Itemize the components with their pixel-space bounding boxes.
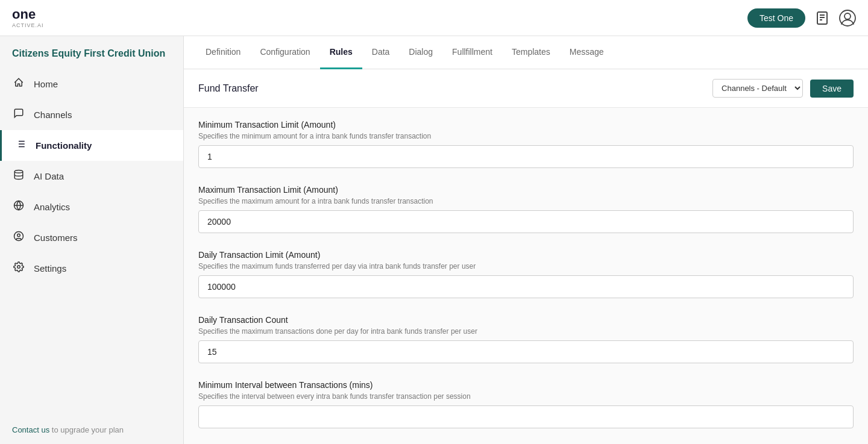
field-desc-daily-limit: Specifies the maximum funds transferred … xyxy=(198,262,854,270)
sidebar-item-analytics-label: Analytics xyxy=(34,202,70,212)
sidebar-item-home-label: Home xyxy=(34,79,58,89)
sidebar-item-channels[interactable]: Channels xyxy=(0,99,183,130)
tab-definition[interactable]: Definition xyxy=(196,36,250,69)
tab-message[interactable]: Message xyxy=(560,36,614,69)
tab-rules[interactable]: Rules xyxy=(320,36,362,69)
content-area: Definition Configuration Rules Data Dial… xyxy=(184,36,868,444)
sidebar-item-ai-data-label: AI Data xyxy=(34,171,64,181)
svg-point-10 xyxy=(17,234,20,237)
sidebar-item-functionality-label: Functionality xyxy=(36,140,92,151)
logo: one ACTIVE.AI xyxy=(12,8,44,28)
sidebar-item-channels-label: Channels xyxy=(34,110,72,120)
analytics-icon xyxy=(12,200,25,214)
field-label-min-interval: Minimum Interval between Transactions (m… xyxy=(198,380,854,390)
field-desc-max-transaction: Specifies the maximum amount for a intra… xyxy=(198,197,854,205)
sidebar-item-analytics[interactable]: Analytics xyxy=(0,192,183,222)
field-daily-transaction-count: Daily Transaction Count Specifies the ma… xyxy=(198,315,854,363)
input-min-transaction[interactable] xyxy=(198,145,854,168)
input-daily-count[interactable] xyxy=(198,340,854,363)
field-daily-transaction-limit: Daily Transaction Limit (Amount) Specifi… xyxy=(198,250,854,298)
sidebar-item-settings[interactable]: Settings xyxy=(0,253,183,284)
channels-icon xyxy=(12,108,25,122)
settings-icon xyxy=(12,261,25,275)
topbar: one ACTIVE.AI Test One xyxy=(0,0,868,36)
contact-us-link[interactable]: Contact us xyxy=(12,425,49,434)
logo-sub: ACTIVE.AI xyxy=(12,22,44,28)
tab-configuration[interactable]: Configuration xyxy=(250,36,319,69)
customers-icon xyxy=(12,231,25,245)
sidebar: Citizens Equity First Credit Union Home … xyxy=(0,36,184,444)
sidebar-item-functionality[interactable]: Functionality xyxy=(0,130,183,161)
logo-text: one xyxy=(12,8,44,21)
docs-icon[interactable] xyxy=(815,11,829,25)
page-title: Fund Transfer xyxy=(198,83,259,94)
tab-fulfillment[interactable]: Fullfillment xyxy=(442,36,502,69)
field-desc-daily-count: Specifies the maximum transactions done … xyxy=(198,327,854,336)
user-icon[interactable] xyxy=(839,10,856,27)
tab-dialog[interactable]: Dialog xyxy=(399,36,442,69)
channel-select[interactable]: Channels - Default xyxy=(712,79,803,98)
field-desc-min-transaction: Specifies the minimum amount for a intra… xyxy=(198,132,854,140)
sidebar-item-settings-label: Settings xyxy=(34,263,66,274)
field-desc-min-interval: Specifies the interval between every int… xyxy=(198,392,854,401)
svg-point-6 xyxy=(14,170,23,174)
sidebar-item-customers[interactable]: Customers xyxy=(0,222,183,253)
ai-data-icon xyxy=(12,169,25,183)
field-label-max-transaction: Maximum Transaction Limit (Amount) xyxy=(198,185,854,195)
input-daily-limit[interactable] xyxy=(198,275,854,298)
home-icon xyxy=(12,77,25,91)
svg-point-5 xyxy=(844,13,851,19)
tab-data[interactable]: Data xyxy=(362,36,400,69)
field-label-daily-count: Daily Transaction Count xyxy=(198,315,854,325)
org-name[interactable]: Citizens Equity First Credit Union xyxy=(0,36,183,69)
input-max-transaction[interactable] xyxy=(198,210,854,233)
content-header: Fund Transfer Channels - Default Save xyxy=(184,69,868,108)
sidebar-item-customers-label: Customers xyxy=(34,233,78,243)
header-right: Channels - Default Save xyxy=(712,79,854,98)
test-button[interactable]: Test One xyxy=(747,8,805,28)
save-button[interactable]: Save xyxy=(810,80,854,98)
sidebar-item-ai-data[interactable]: AI Data xyxy=(0,161,183,192)
svg-point-11 xyxy=(17,266,20,269)
tab-bar: Definition Configuration Rules Data Dial… xyxy=(184,36,868,69)
field-min-interval: Minimum Interval between Transactions (m… xyxy=(198,380,854,428)
main-layout: Citizens Equity First Credit Union Home … xyxy=(0,36,868,444)
input-min-interval[interactable] xyxy=(198,405,854,428)
field-label-min-transaction: Minimum Transaction Limit (Amount) xyxy=(198,120,854,130)
functionality-icon xyxy=(14,139,27,152)
topbar-right: Test One xyxy=(747,8,856,28)
form-content: Minimum Transaction Limit (Amount) Speci… xyxy=(184,108,868,444)
sidebar-footer: Contact us to upgrade your plan xyxy=(0,416,183,444)
tab-templates[interactable]: Templates xyxy=(502,36,560,69)
sidebar-nav: Home Channels Functionality xyxy=(0,69,183,284)
field-max-transaction-limit: Maximum Transaction Limit (Amount) Speci… xyxy=(198,185,854,233)
field-label-daily-limit: Daily Transaction Limit (Amount) xyxy=(198,250,854,260)
sidebar-item-home[interactable]: Home xyxy=(0,69,183,99)
field-min-transaction-limit: Minimum Transaction Limit (Amount) Speci… xyxy=(198,120,854,168)
